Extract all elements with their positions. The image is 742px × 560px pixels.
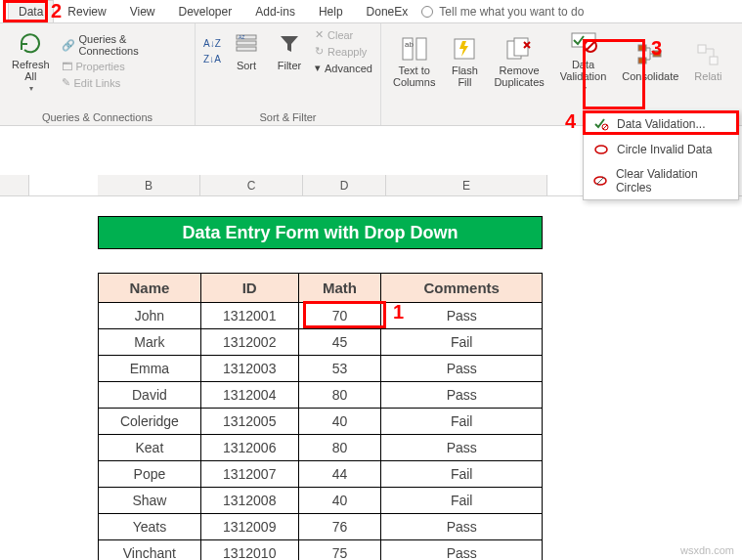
sort-button[interactable]: AZ Sort [227,28,266,73]
cell-math[interactable]: 53 [298,356,381,382]
col-header-e[interactable]: E [386,175,547,195]
cell-id[interactable]: 1312005 [200,409,298,435]
col-header-c[interactable]: C [200,175,303,195]
cell-com[interactable]: Pass [381,303,543,329]
cell-name[interactable]: Vinchant [99,540,201,561]
tab-addins[interactable]: Add-ins [245,1,305,22]
cell-math[interactable]: 70 [298,303,381,329]
cell-com[interactable]: Fail [381,409,543,435]
cell-id[interactable]: 1312006 [200,435,298,461]
cell-math[interactable]: 45 [298,329,381,356]
table-row[interactable]: Yeats131200976Pass [99,514,543,540]
cell-com[interactable]: Fail [381,329,543,356]
table-row[interactable]: Pope131200744Fail [99,461,543,488]
cell-math[interactable]: 80 [298,435,381,461]
ff-label: Flash Fill [452,65,478,88]
text-to-columns-button[interactable]: ab Text to Columns [387,33,441,90]
clear-circles-icon [593,173,608,189]
cell-id[interactable]: 1312007 [200,461,298,488]
cell-id[interactable]: 1312004 [200,382,298,409]
cell-com[interactable]: Pass [381,356,543,382]
circle-invalid-icon [593,142,609,157]
annotation-num-4: 4 [565,110,576,133]
data-validation-menu: Data Validation... Circle Invalid Data C… [583,110,739,200]
th-math: Math [298,274,381,303]
svg-rect-13 [638,58,646,64]
refresh-icon [17,29,44,57]
tab-data[interactable]: Data [8,0,54,22]
advanced-filter-button[interactable]: ▾Advanced [313,61,374,75]
col-header-b[interactable]: B [98,175,200,195]
cell-com[interactable]: Fail [381,488,543,514]
cell-math[interactable]: 44 [298,461,381,488]
link-icon: 🔗 [62,39,75,52]
cell-id[interactable]: 1312008 [200,488,298,514]
remove-duplicates-button[interactable]: Remove Duplicates [488,33,549,90]
table-row[interactable]: Coleridge131200540Fail [99,409,543,435]
cell-math[interactable]: 40 [298,409,381,435]
watermark: wsxdn.com [680,544,734,556]
cell-math[interactable]: 40 [298,488,381,514]
cell-name[interactable]: Coleridge [99,409,201,435]
cell-math[interactable]: 75 [298,540,381,561]
menu-circle-invalid[interactable]: Circle Invalid Data [584,137,738,162]
table-row[interactable]: Mark131200245Fail [99,329,543,356]
clear-filter-button: ✕Clear [313,27,374,42]
tab-review[interactable]: Review [58,1,115,22]
flash-fill-button[interactable]: Flash Fill [445,33,484,90]
table-row[interactable]: David131200480Pass [99,382,543,409]
cell-id[interactable]: 1312001 [200,303,298,329]
cell-math[interactable]: 76 [298,514,381,540]
cell-name[interactable]: John [99,303,201,329]
col-header-d[interactable]: D [303,175,386,195]
cell-id[interactable]: 1312009 [200,514,298,540]
table-row[interactable]: Emma131200353Pass [99,356,543,382]
menu-clear-circles[interactable]: Clear Validation Circles [584,162,738,199]
data-validation-button[interactable]: Data Validation [554,27,613,95]
tab-help[interactable]: Help [309,1,353,22]
select-all-corner[interactable] [0,175,29,195]
th-id: ID [200,274,298,303]
table-row[interactable]: Shaw131200840Fail [99,488,543,514]
svg-rect-15 [698,45,706,53]
sort-az-button[interactable]: A↓Z Z↓A [201,37,223,66]
cell-name[interactable]: Mark [99,329,201,356]
rd-label: Remove Duplicates [494,65,544,88]
table-row[interactable]: John131200170Pass [99,303,543,329]
cell-name[interactable]: Shaw [99,488,201,514]
filter-label: Filter [278,60,301,71]
cell-name[interactable]: Keat [99,435,201,461]
col-a-spacer [29,175,98,195]
filter-button[interactable]: Filter [270,28,309,73]
cell-id[interactable]: 1312003 [200,356,298,382]
tab-view[interactable]: View [120,1,165,22]
menu-data-validation[interactable]: Data Validation... [584,111,738,137]
table-row[interactable]: Vinchant131201075Pass [99,540,543,561]
th-comments: Comments [381,274,543,303]
refresh-all-button[interactable]: Refresh All [6,27,56,95]
reapply-label: Reapply [327,46,367,58]
cell-id[interactable]: 1312010 [200,540,298,561]
cell-name[interactable]: Emma [99,356,201,382]
cell-com[interactable]: Pass [381,435,543,461]
cell-com[interactable]: Pass [381,540,543,561]
cell-id[interactable]: 1312002 [200,329,298,356]
cell-name[interactable]: Yeats [99,514,201,540]
cell-name[interactable]: Pope [99,461,201,488]
table-row[interactable]: Keat131200680Pass [99,435,543,461]
cell-com[interactable]: Pass [381,514,543,540]
cell-name[interactable]: David [99,382,201,409]
tab-developer[interactable]: Developer [169,1,242,22]
svg-point-18 [595,146,607,153]
lightbulb-icon [421,6,433,18]
group-sort-filter: A↓Z Z↓A AZ Sort Filter ✕Clear ↻Reapply ▾… [196,23,381,125]
cell-com[interactable]: Fail [381,461,543,488]
cell-com[interactable]: Pass [381,382,543,409]
filter-icon [276,30,303,58]
tell-me-search[interactable]: Tell me what you want to do [421,5,584,19]
queries-connections-button[interactable]: 🔗 Queries & Connections [60,32,189,58]
th-name: Name [99,274,201,303]
worksheet[interactable]: Data Entry Form with Drop Down Name ID M… [0,196,742,560]
cell-math[interactable]: 80 [298,382,381,409]
tab-doneex[interactable]: DoneEx [357,1,418,22]
